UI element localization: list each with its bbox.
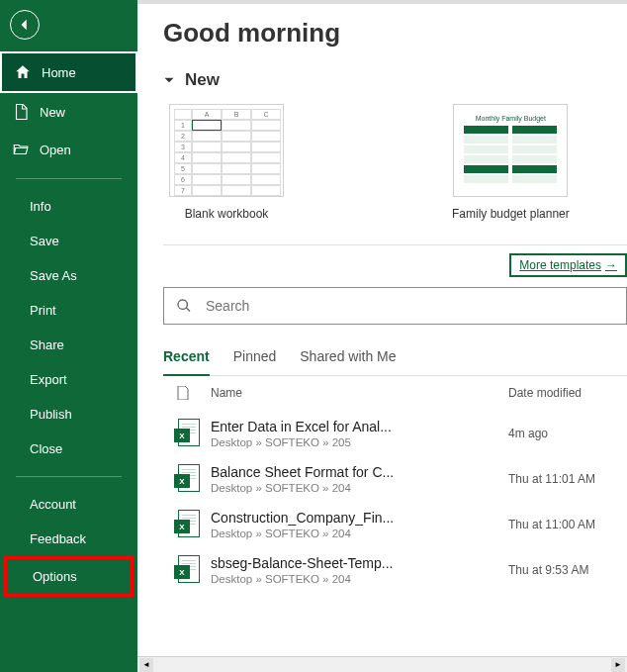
file-path: Desktop » SOFTEKO » 204 xyxy=(211,528,508,539)
nav-account[interactable]: Account xyxy=(0,487,137,522)
file-date: Thu at 11:01 AM xyxy=(508,472,627,486)
nav-options[interactable]: Options xyxy=(7,559,131,594)
file-name: sbseg-Balance-Sheet-Temp... xyxy=(211,555,508,571)
tab-shared[interactable]: Shared with Me xyxy=(300,342,396,375)
nav-publish[interactable]: Publish xyxy=(0,397,137,432)
nav-share[interactable]: Share xyxy=(0,328,137,362)
sidebar: Home New Open Info Save Save As Print Sh… xyxy=(0,0,137,672)
more-templates-link[interactable]: More templates → xyxy=(509,253,627,277)
tab-pinned[interactable]: Pinned xyxy=(233,342,277,375)
file-path: Desktop » SOFTEKO » 204 xyxy=(211,573,508,585)
more-templates-row: More templates → xyxy=(163,244,627,285)
nav-home[interactable]: Home xyxy=(0,51,137,93)
file-date: Thu at 9:53 AM xyxy=(508,563,627,577)
search-icon xyxy=(176,298,192,314)
file-icon: X xyxy=(163,419,211,448)
nav-open[interactable]: Open xyxy=(0,131,137,168)
file-row[interactable]: XEnter Data in Excel for Anal...Desktop … xyxy=(163,411,627,456)
folder-open-icon xyxy=(12,141,30,158)
template-blank-workbook[interactable]: ABC 1 2 3 4 5 6 7 Blank workbook xyxy=(169,104,284,221)
arrow-left-icon xyxy=(18,18,32,32)
file-header-icon xyxy=(177,386,189,400)
file-row[interactable]: XBalance Sheet Format for C...Desktop » … xyxy=(163,456,627,502)
template-family-budget[interactable]: Monthly Family Budget Family budget plan… xyxy=(452,104,570,221)
file-name: Balance Sheet Format for C... xyxy=(211,464,508,480)
template-label: Family budget planner xyxy=(452,207,570,221)
nav-label: New xyxy=(40,105,65,120)
nav-label: Home xyxy=(42,65,76,80)
file-row[interactable]: Xsbseg-Balance-Sheet-Temp...Desktop » SO… xyxy=(163,547,627,593)
options-highlight: Options xyxy=(4,556,134,597)
nav-divider xyxy=(16,476,122,477)
nav-new[interactable]: New xyxy=(0,93,137,131)
templates-row: ABC 1 2 3 4 5 6 7 Blank workbook Monthly… xyxy=(163,104,627,221)
section-title: New xyxy=(185,70,220,90)
template-thumb: Monthly Family Budget xyxy=(453,104,568,197)
file-icon: X xyxy=(163,464,211,494)
file-path: Desktop » SOFTEKO » 204 xyxy=(211,482,508,494)
excel-badge-icon: X xyxy=(174,474,190,488)
col-date[interactable]: Date modified xyxy=(508,386,627,403)
header-decoration xyxy=(137,0,627,4)
file-date: Thu at 11:00 AM xyxy=(508,518,627,531)
scroll-left-button[interactable]: ◄ xyxy=(139,658,153,672)
search-box[interactable] xyxy=(163,287,627,325)
col-name[interactable]: Name xyxy=(211,386,508,403)
template-thumb: ABC 1 2 3 4 5 6 7 xyxy=(169,104,284,197)
home-icon xyxy=(14,63,32,81)
nav-close[interactable]: Close xyxy=(0,432,137,466)
back-button[interactable] xyxy=(10,10,40,40)
file-list-header: Name Date modified xyxy=(163,376,627,411)
nav-divider xyxy=(16,178,122,179)
new-section: New ABC 1 2 3 4 5 6 7 Blank workbook xyxy=(137,58,627,593)
new-section-toggle[interactable]: New xyxy=(163,70,627,90)
file-name: Construction_Company_Fin... xyxy=(211,510,508,526)
tab-recent[interactable]: Recent xyxy=(163,342,210,376)
file-icon: X xyxy=(163,510,211,539)
main-panel: Good morning New ABC 1 2 3 4 5 6 7 xyxy=(137,0,627,672)
excel-badge-icon: X xyxy=(174,429,190,442)
file-tabs: Recent Pinned Shared with Me xyxy=(163,342,627,376)
nav-label: Open xyxy=(40,143,71,157)
template-label: Blank workbook xyxy=(185,207,269,221)
nav-feedback[interactable]: Feedback xyxy=(0,522,137,556)
nav-export[interactable]: Export xyxy=(0,362,137,397)
file-icon: X xyxy=(163,555,211,585)
greeting: Good morning xyxy=(137,4,627,58)
file-path: Desktop » SOFTEKO » 205 xyxy=(211,436,508,448)
search-input[interactable] xyxy=(206,298,614,314)
nav-saveas[interactable]: Save As xyxy=(0,258,137,293)
scroll-right-button[interactable]: ► xyxy=(611,658,625,672)
file-date: 4m ago xyxy=(508,427,627,440)
excel-badge-icon: X xyxy=(174,520,190,533)
chevron-down-icon xyxy=(163,74,175,86)
file-icon xyxy=(12,103,30,121)
horizontal-scrollbar[interactable]: ◄ ► xyxy=(137,656,627,672)
nav-info[interactable]: Info xyxy=(0,189,137,224)
file-name: Enter Data in Excel for Anal... xyxy=(211,419,508,434)
nav-print[interactable]: Print xyxy=(0,293,137,328)
nav-save[interactable]: Save xyxy=(0,224,137,258)
excel-badge-icon: X xyxy=(174,565,190,579)
file-row[interactable]: XConstruction_Company_Fin...Desktop » SO… xyxy=(163,502,627,547)
file-list: XEnter Data in Excel for Anal...Desktop … xyxy=(163,411,627,593)
arrow-right-icon: → xyxy=(605,258,617,272)
